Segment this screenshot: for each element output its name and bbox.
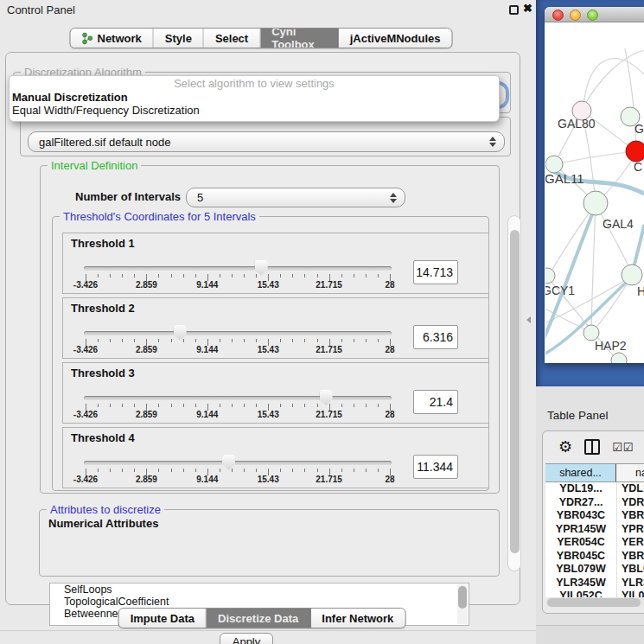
network-edge[interactable] xyxy=(582,50,644,111)
tab-style[interactable]: Style xyxy=(154,29,204,48)
slider-tick xyxy=(183,469,184,472)
dropdown-item[interactable]: Equal Width/Frequency Discretization xyxy=(10,104,499,117)
slider-track[interactable] xyxy=(84,331,392,335)
table-cell[interactable]: YPR145W xyxy=(545,523,616,537)
table-cell[interactable]: YLR345W xyxy=(545,577,616,590)
network-node[interactable] xyxy=(583,191,608,215)
close-traffic-light-icon[interactable] xyxy=(552,10,564,21)
attribute-list-item[interactable]: SelfLoops xyxy=(50,583,469,596)
table-cell[interactable]: YER054C xyxy=(545,536,616,550)
network-node-label: H xyxy=(637,284,644,298)
slider-thumb[interactable] xyxy=(222,455,235,470)
table-cell[interactable]: YDR27... xyxy=(545,496,616,510)
table-row[interactable]: YBR045CYBR0 xyxy=(545,550,644,564)
tab-impute-data[interactable]: Impute Data xyxy=(119,609,207,628)
slider-tick xyxy=(171,274,172,277)
dropdown-item[interactable]: Manual Discretization xyxy=(10,91,499,104)
network-canvas[interactable]: GAL80GACGAL11GAL4GCY1HHAP2 xyxy=(545,22,644,363)
tab-cyni-toolbox[interactable]: Cyni Toolbox xyxy=(260,29,339,48)
table-row[interactable]: YBR043CYBR0 xyxy=(545,509,644,523)
split-columns-icon[interactable] xyxy=(584,439,600,455)
network-node[interactable] xyxy=(611,353,627,363)
network-node[interactable] xyxy=(622,265,642,285)
threshold-value-field[interactable]: 11.344 xyxy=(413,455,458,479)
table-cell[interactable]: YIL052C xyxy=(545,590,616,597)
splitter-handle[interactable] xyxy=(526,316,531,323)
number-of-intervals-combobox[interactable]: 5 xyxy=(186,188,405,207)
table-cell[interactable]: YBL0 xyxy=(616,563,644,577)
slider-tick xyxy=(220,404,220,407)
table-data-combobox[interactable]: galFiltered.sif default node xyxy=(28,131,505,152)
slider-track[interactable] xyxy=(84,396,392,400)
slider-tick xyxy=(158,404,159,407)
zoom-traffic-light-icon[interactable] xyxy=(587,10,598,21)
table-row[interactable]: YBL079WYBL0 xyxy=(545,563,644,577)
slider-tick xyxy=(341,469,342,472)
table-cell[interactable]: YER0 xyxy=(616,536,644,550)
float-window-icon[interactable] xyxy=(509,5,519,15)
table-cell[interactable]: YBR0 xyxy=(616,509,644,523)
tab-select[interactable]: Select xyxy=(204,29,260,48)
table-cell[interactable]: YIL0 xyxy=(616,590,644,597)
scrollbar-thumb[interactable] xyxy=(547,598,641,607)
table-cell[interactable]: YPR1 xyxy=(616,523,644,537)
scrollbar-thumb[interactable] xyxy=(510,230,520,553)
slider-tick xyxy=(195,274,196,277)
column-header[interactable]: shared... xyxy=(545,464,616,481)
threshold-panel: Threshold 3-3.4262.8599.14415.4321.71528… xyxy=(62,362,489,424)
table-row[interactable]: YPR145WYPR1 xyxy=(545,523,644,537)
minimize-traffic-light-icon[interactable] xyxy=(570,10,581,21)
slider-thumb[interactable] xyxy=(174,325,187,341)
table-cell[interactable]: YDL19... xyxy=(545,482,616,496)
apply-button[interactable]: Apply xyxy=(220,633,273,644)
tab-jactivemnodules[interactable]: jActiveMNodules xyxy=(339,29,452,48)
table-row[interactable]: YDR27...YDR2 xyxy=(545,496,644,510)
table-cell[interactable]: YLR3 xyxy=(616,577,644,590)
network-edge[interactable] xyxy=(554,152,634,164)
table-data-group: Table Data galFiltered.sif default node xyxy=(20,117,511,156)
divider xyxy=(0,630,536,631)
table-row[interactable]: YDL19...YDL1 xyxy=(545,482,644,496)
numerical-attributes-label: Numerical Attributes xyxy=(48,517,158,530)
checkbox-icons[interactable]: ☑☑ xyxy=(612,441,634,454)
network-node[interactable] xyxy=(545,268,555,284)
network-edge[interactable] xyxy=(583,59,644,105)
slider-track[interactable] xyxy=(84,461,392,465)
slider-track[interactable] xyxy=(84,266,392,271)
slider-thumb[interactable] xyxy=(320,390,333,405)
slider-tick xyxy=(280,404,281,407)
slider-tick xyxy=(232,404,233,407)
network-node[interactable] xyxy=(626,141,644,162)
table-cell[interactable]: YDR2 xyxy=(616,496,644,510)
network-node-label: GAL80 xyxy=(558,117,596,131)
attribute-list-item[interactable]: TopologicalCoefficient xyxy=(50,596,469,608)
close-icon[interactable]: ✖ xyxy=(523,2,532,15)
list-scrollbar[interactable] xyxy=(457,584,468,624)
network-window-titlebar[interactable] xyxy=(545,7,644,22)
slider-tick xyxy=(280,339,281,342)
table-row[interactable]: YIL052CYIL0 xyxy=(545,590,644,597)
tab-infer-network[interactable]: Infer Network xyxy=(310,609,405,628)
table-row[interactable]: YER054CYER0 xyxy=(545,536,644,550)
tab-network[interactable]: Network xyxy=(71,29,154,48)
table-cell[interactable]: YBR043C xyxy=(545,509,616,523)
dropdown-placeholder-item[interactable]: Select algorithm to view settings xyxy=(10,76,499,91)
threshold-value-field[interactable]: 6.316 xyxy=(413,325,458,349)
threshold-value-field[interactable]: 14.713 xyxy=(413,260,458,284)
table-panel-title: Table Panel xyxy=(547,409,609,422)
table-row[interactable]: YLR345WYLR3 xyxy=(545,577,644,590)
table-cell[interactable]: YBR045C xyxy=(545,550,616,564)
slider-tick xyxy=(366,469,367,472)
slider-tick xyxy=(232,469,233,472)
slider-tick-label: 9.144 xyxy=(196,410,218,419)
gear-icon[interactable]: ⚙ xyxy=(558,439,572,455)
table-horizontal-scrollbar[interactable] xyxy=(545,597,644,608)
table-cell[interactable]: YBL079W xyxy=(545,563,616,577)
column-header[interactable]: na xyxy=(616,464,644,481)
table-cell[interactable]: YDL1 xyxy=(616,482,644,496)
tab-discretize-data[interactable]: Discretize Data xyxy=(207,609,310,628)
threshold-value-field[interactable]: 21.4 xyxy=(413,390,458,414)
network-node[interactable] xyxy=(545,156,563,173)
table-cell[interactable]: YBR0 xyxy=(616,550,644,564)
settings-scrollbar[interactable] xyxy=(507,215,521,571)
